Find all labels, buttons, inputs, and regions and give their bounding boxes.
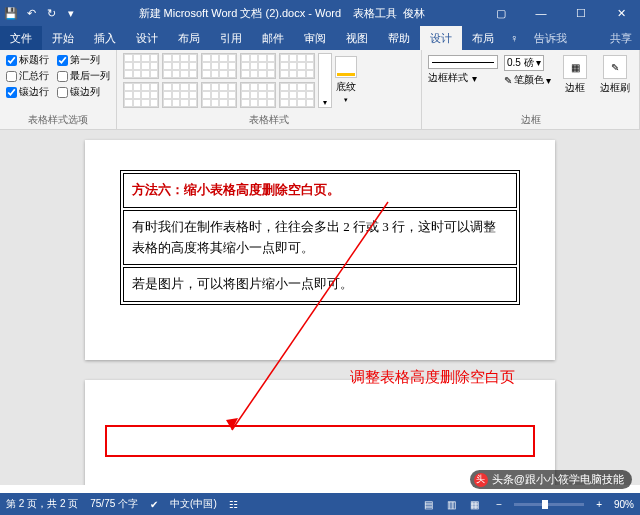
annotation-text: 调整表格高度删除空白页 [350, 368, 515, 387]
table-style[interactable] [279, 53, 315, 79]
menu-bar: 文件 开始 插入 设计 布局 引用 邮件 审阅 视图 帮助 设计 布局 ♀ 告诉… [0, 26, 640, 50]
window-title: 新建 Microsoft Word 文档 (2).docx - Word 表格工… [78, 6, 486, 21]
help-icon[interactable]: ♀ [504, 32, 524, 44]
table-style[interactable] [240, 53, 276, 79]
share-button[interactable]: 共享 [602, 31, 640, 46]
table-cell[interactable]: 有时我们在制作表格时，往往会多出 2 行或 3 行，这时可以调整表格的高度将其缩… [123, 210, 517, 266]
table-style[interactable] [240, 82, 276, 108]
table-style[interactable] [279, 82, 315, 108]
content-table[interactable]: 方法六：缩小表格高度删除空白页。 有时我们在制作表格时，往往会多出 2 行或 3… [120, 170, 520, 305]
tab-layout[interactable]: 布局 [168, 26, 210, 50]
group-label: 表格样式 [123, 113, 415, 129]
border-icon: ▦ [563, 55, 587, 79]
zoom-in-icon[interactable]: + [596, 499, 602, 510]
tell-me[interactable]: 告诉我 [524, 26, 577, 50]
table-style[interactable] [162, 82, 198, 108]
table-style[interactable] [201, 82, 237, 108]
zoom-level[interactable]: 90% [614, 499, 634, 510]
check-last-col[interactable]: 最后一列 [57, 69, 110, 83]
web-layout-icon[interactable]: ▦ [464, 499, 484, 510]
print-layout-icon[interactable]: ▥ [442, 499, 462, 510]
tab-mailings[interactable]: 邮件 [252, 26, 294, 50]
qat-more-icon[interactable]: ▾ [64, 7, 78, 20]
table-cell[interactable]: 若是图片，可以将图片缩小一点即可。 [123, 267, 517, 302]
page-1: 方法六：缩小表格高度删除空白页。 有时我们在制作表格时，往往会多出 2 行或 3… [85, 140, 555, 360]
group-borders: 边框样式 ▾ 0.5 磅 ▾ ✎笔颜色 ▾ ▦边框 ✎边框刷 边框 [422, 50, 640, 129]
accessibility-icon[interactable]: ☷ [229, 499, 238, 510]
tab-design[interactable]: 设计 [126, 26, 168, 50]
close-icon[interactable]: ✕ [606, 7, 636, 20]
check-first-col[interactable]: 第一列 [57, 53, 110, 67]
group-table-styles: ▾ 底纹 ▾ 表格样式 [117, 50, 422, 129]
check-banded-col[interactable]: 镶边列 [57, 85, 110, 99]
borders-button[interactable]: ▦边框 [557, 55, 593, 95]
annotation-box [105, 425, 535, 457]
quick-access-toolbar: 💾 ↶ ↻ ▾ [4, 7, 78, 20]
pen-color[interactable]: ✎笔颜色 ▾ [504, 73, 551, 87]
word-count[interactable]: 75/75 个字 [90, 497, 138, 511]
ribbon: 标题行 第一列 汇总行 最后一列 镶边行 镶边列 表格样式选项 [0, 50, 640, 130]
zoom-slider[interactable] [514, 503, 584, 506]
group-label: 表格样式选项 [6, 113, 110, 129]
bucket-icon [335, 56, 357, 78]
save-icon[interactable]: 💾 [4, 7, 18, 20]
tab-review[interactable]: 审阅 [294, 26, 336, 50]
view-buttons: ▤ ▥ ▦ [419, 499, 485, 510]
tab-table-design[interactable]: 设计 [420, 26, 462, 50]
group-label: 边框 [428, 113, 633, 129]
window-controls: ▢ — ☐ ✕ [486, 7, 636, 20]
read-mode-icon[interactable]: ▤ [419, 499, 439, 510]
border-weight[interactable]: 0.5 磅 ▾ [504, 55, 544, 71]
tab-home[interactable]: 开始 [42, 26, 84, 50]
tab-table-layout[interactable]: 布局 [462, 26, 504, 50]
tab-view[interactable]: 视图 [336, 26, 378, 50]
table-style[interactable] [201, 53, 237, 79]
redo-icon[interactable]: ↻ [44, 7, 58, 20]
table-style[interactable] [123, 53, 159, 79]
table-style[interactable] [162, 53, 198, 79]
title-bar: 💾 ↶ ↻ ▾ 新建 Microsoft Word 文档 (2).docx - … [0, 0, 640, 26]
document-area[interactable]: 方法六：缩小表格高度删除空白页。 有时我们在制作表格时，往往会多出 2 行或 3… [0, 130, 640, 485]
painter-icon: ✎ [603, 55, 627, 79]
border-painter-button[interactable]: ✎边框刷 [597, 55, 633, 95]
table-style[interactable] [123, 82, 159, 108]
zoom-out-icon[interactable]: − [496, 499, 502, 510]
check-banded-row[interactable]: 镶边行 [6, 85, 49, 99]
status-bar: 第 2 页，共 2 页 75/75 个字 ✔ 中文(中国) ☷ ▤ ▥ ▦ − … [0, 493, 640, 515]
styles-more-button[interactable]: ▾ [318, 53, 332, 108]
tab-insert[interactable]: 插入 [84, 26, 126, 50]
group-style-options: 标题行 第一列 汇总行 最后一列 镶边行 镶边列 表格样式选项 [0, 50, 117, 129]
ribbon-options-icon[interactable]: ▢ [486, 7, 516, 20]
page-count[interactable]: 第 2 页，共 2 页 [6, 497, 78, 511]
minimize-icon[interactable]: — [526, 7, 556, 19]
check-total-row[interactable]: 汇总行 [6, 69, 49, 83]
shading-button[interactable]: 底纹 ▾ [335, 53, 357, 104]
spell-check-icon[interactable]: ✔ [150, 499, 158, 510]
tab-help[interactable]: 帮助 [378, 26, 420, 50]
tab-references[interactable]: 引用 [210, 26, 252, 50]
border-style-label[interactable]: 边框样式 [428, 71, 468, 85]
border-line-style[interactable] [428, 55, 498, 69]
table-cell[interactable]: 方法六：缩小表格高度删除空白页。 [123, 173, 517, 208]
watermark-logo-icon: 头 [474, 473, 488, 487]
language[interactable]: 中文(中国) [170, 497, 217, 511]
maximize-icon[interactable]: ☐ [566, 7, 596, 20]
check-header-row[interactable]: 标题行 [6, 53, 49, 67]
tab-file[interactable]: 文件 [0, 26, 42, 50]
undo-icon[interactable]: ↶ [24, 7, 38, 20]
watermark: 头 头条@跟小小筱学电脑技能 [470, 470, 632, 489]
